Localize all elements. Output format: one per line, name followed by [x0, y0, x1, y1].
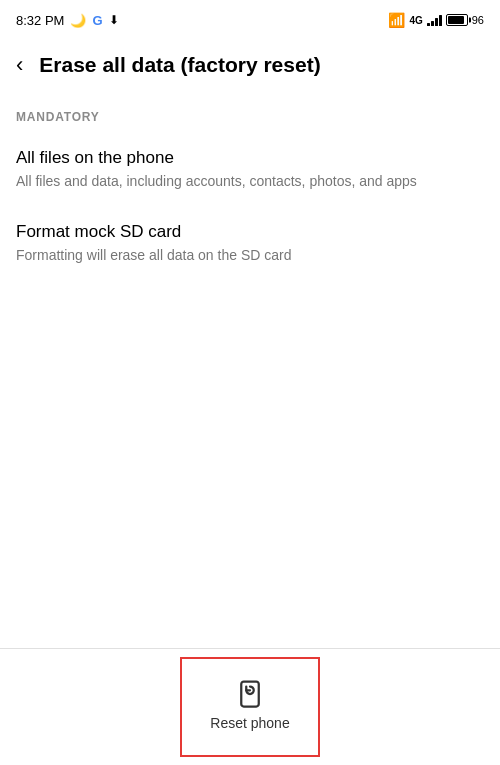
list-item: Format mock SD card Formatting will eras…: [16, 206, 484, 280]
status-icons: 📶 4G 96: [388, 12, 484, 28]
page-title: Erase all data (factory reset): [39, 53, 484, 77]
list-item: All files on the phone All files and dat…: [16, 132, 484, 206]
reset-phone-icon: [235, 679, 265, 709]
wifi-icon: 📶: [388, 12, 405, 28]
item-title-1: All files on the phone: [16, 148, 484, 168]
reset-phone-button[interactable]: Reset phone: [180, 657, 320, 757]
status-bar: 8:32 PM 🌙 G ⬇ 📶 4G 96: [0, 0, 500, 36]
download-icon: ⬇: [109, 13, 119, 27]
time-display: 8:32 PM: [16, 13, 64, 28]
back-button[interactable]: ‹: [12, 48, 27, 82]
moon-icon: 🌙: [70, 13, 86, 28]
signal-icon: [427, 14, 442, 26]
status-left: 8:32 PM 🌙 G ⬇: [16, 13, 119, 28]
google-icon: G: [92, 13, 102, 28]
content-section: All files on the phone All files and dat…: [0, 132, 500, 279]
item-description-2: Formatting will erase all data on the SD…: [16, 246, 484, 266]
item-description-1: All files and data, including accounts, …: [16, 172, 484, 192]
page-header: ‹ Erase all data (factory reset): [0, 36, 500, 94]
section-label: MANDATORY: [0, 94, 500, 132]
item-title-2: Format mock SD card: [16, 222, 484, 242]
battery-icon: [446, 14, 468, 26]
network-type: 4G: [409, 15, 422, 26]
battery-percent: 96: [472, 14, 484, 26]
bottom-action-area: Reset phone: [0, 648, 500, 765]
reset-phone-label: Reset phone: [210, 715, 289, 731]
